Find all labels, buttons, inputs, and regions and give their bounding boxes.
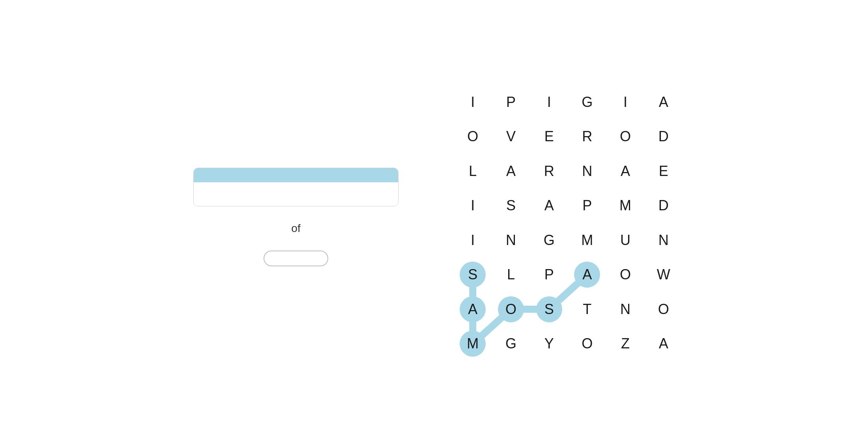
grid-cell[interactable]: I — [454, 85, 492, 120]
grid-cell[interactable]: S — [454, 258, 492, 292]
grid-cell[interactable]: Z — [606, 327, 645, 361]
grid-cell[interactable]: N — [492, 223, 530, 258]
grid-cell[interactable]: O — [454, 120, 492, 154]
grid-cell[interactable]: T — [568, 292, 606, 327]
grid-cell[interactable]: A — [644, 85, 683, 120]
grid-cell[interactable]: A — [568, 258, 606, 292]
grid-cell[interactable]: A — [606, 154, 645, 189]
grid-cell[interactable]: O — [606, 258, 645, 292]
grid-cell[interactable]: I — [606, 85, 645, 120]
grid-cell[interactable]: U — [606, 223, 645, 258]
grid-cell[interactable]: O — [606, 120, 645, 154]
grid-cell[interactable]: R — [530, 154, 568, 189]
grid-cell[interactable]: N — [644, 223, 683, 258]
grid-cell[interactable]: M — [454, 327, 492, 361]
main-container: of IPIGIAOVERODLARNAEISAPMDINGMUNSLPAOWA… — [0, 0, 868, 434]
grid-cell[interactable]: I — [530, 85, 568, 120]
grid-cell[interactable]: D — [644, 120, 683, 154]
grid-cell[interactable]: N — [568, 154, 606, 189]
highlighted-letter: A — [460, 296, 486, 322]
grid-cell[interactable]: I — [454, 223, 492, 258]
grid-cell[interactable]: A — [644, 327, 683, 361]
hint-button[interactable] — [264, 251, 328, 266]
grid-cell[interactable]: O — [568, 327, 606, 361]
grid-container: IPIGIAOVERODLARNAEISAPMDINGMUNSLPAOWAOST… — [454, 85, 683, 361]
grid-cell[interactable]: G — [530, 223, 568, 258]
grid-cell[interactable]: R — [568, 120, 606, 154]
right-panel: IPIGIAOVERODLARNAEISAPMDINGMUNSLPAOWAOST… — [454, 73, 683, 361]
letter-grid[interactable]: IPIGIAOVERODLARNAEISAPMDINGMUNSLPAOWAOST… — [454, 85, 683, 361]
theme-card — [193, 168, 398, 206]
grid-cell[interactable]: W — [644, 258, 683, 292]
highlighted-letter: S — [536, 296, 562, 322]
grid-cell[interactable]: Y — [530, 327, 568, 361]
grid-cell[interactable]: G — [492, 327, 530, 361]
found-of: of — [291, 222, 300, 234]
grid-cell[interactable]: E — [530, 120, 568, 154]
grid-cell[interactable]: G — [568, 85, 606, 120]
grid-cell[interactable]: A — [454, 292, 492, 327]
found-text: of — [291, 222, 300, 235]
grid-cell[interactable]: P — [568, 189, 606, 223]
highlighted-letter: O — [498, 296, 524, 322]
grid-cell[interactable]: L — [492, 258, 530, 292]
highlighted-letter: S — [460, 262, 486, 288]
theme-card-header — [194, 168, 398, 182]
highlighted-letter: A — [574, 262, 600, 288]
grid-cell[interactable]: S — [492, 189, 530, 223]
grid-cell[interactable]: S — [530, 292, 568, 327]
grid-cell[interactable]: A — [530, 189, 568, 223]
grid-cell[interactable]: V — [492, 120, 530, 154]
grid-cell[interactable]: M — [568, 223, 606, 258]
theme-card-body — [194, 182, 398, 206]
grid-cell[interactable]: O — [492, 292, 530, 327]
grid-cell[interactable]: L — [454, 154, 492, 189]
highlighted-letter: M — [460, 331, 486, 357]
grid-cell[interactable]: P — [530, 258, 568, 292]
grid-cell[interactable]: A — [492, 154, 530, 189]
grid-cell[interactable]: I — [454, 189, 492, 223]
grid-cell[interactable]: O — [644, 292, 683, 327]
grid-cell[interactable]: N — [606, 292, 645, 327]
grid-cell[interactable]: D — [644, 189, 683, 223]
grid-cell[interactable]: M — [606, 189, 645, 223]
grid-cell[interactable]: E — [644, 154, 683, 189]
grid-cell[interactable]: P — [492, 85, 530, 120]
left-panel: of — [185, 168, 406, 266]
